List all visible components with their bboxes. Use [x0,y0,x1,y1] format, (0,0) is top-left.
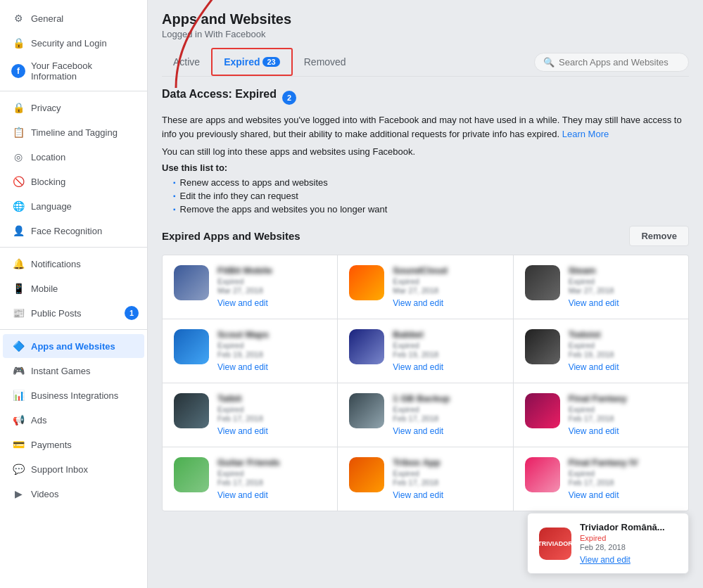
app-icon [174,329,209,364]
app-item: Guitar Friends Expired Feb 17, 2018 View… [163,447,337,511]
sidebar-item-instant-games[interactable]: 🎮 Instant Games [3,359,144,383]
page-header: Apps and Websites Logged in With Faceboo… [162,11,689,39]
app-grid: FitBit Mobile Expired Mar 27, 2018 View … [162,255,689,511]
page-layout: ⚙ General 🔒 Security and Login f Your Fa… [0,0,703,588]
tab-removed[interactable]: Removed [293,49,357,76]
popup-info: Triviador Română... Expired Feb 28, 2018… [580,522,677,565]
list-item-3-text: Remove the apps and websites you no long… [180,204,388,215]
app-date: Feb 17, 2018 [217,414,326,423]
app-icon [349,329,384,364]
expired-section-header: Expired Apps and Websites Remove [162,226,689,246]
badge-2: 2 [282,91,296,105]
sidebar-item-support[interactable]: 💬 Support Inbox [3,457,144,481]
learn-more-link[interactable]: Learn More [562,129,609,139]
games-icon: 🎮 [11,364,25,378]
ads-icon: 📢 [11,413,25,427]
notifications-icon: 🔔 [11,257,25,271]
use-list: Renew access to apps and websites Edit t… [173,177,689,215]
app-name: Guitar Friends [217,457,326,468]
app-status: Expired [393,469,501,478]
tab-active[interactable]: Active [162,49,211,76]
sidebar-label-language: Language [31,201,72,212]
app-view-edit-link[interactable]: View and edit [569,362,619,372]
page-title: Apps and Websites [162,11,689,27]
section-heading: Data Access: Expired [162,88,277,101]
popup-icon-label: TRIVIADOR [539,540,571,547]
list-item-1: Renew access to apps and websites [173,177,689,188]
app-view-edit-link[interactable]: View and edit [569,298,619,308]
payments-icon: 💳 [11,437,25,452]
language-icon: 🌐 [11,199,25,213]
blocking-icon: 🚫 [11,174,25,188]
app-item: 1 GB Backup Expired Feb 17, 2018 View an… [338,383,512,447]
app-icon [349,393,384,428]
app-view-edit-link[interactable]: View and edit [569,426,619,436]
app-item: Babbel Expired Feb 19, 2018 View and edi… [338,319,512,383]
sidebar-item-language[interactable]: 🌐 Language [3,194,144,218]
remove-button[interactable]: Remove [629,226,689,246]
app-view-edit-link[interactable]: View and edit [569,490,619,500]
app-view-edit-link[interactable]: View and edit [393,298,443,308]
apps-icon: 🔷 [11,339,25,353]
search-icon: 🔍 [543,57,555,68]
app-status: Expired [569,341,677,350]
sidebar-item-blocking[interactable]: 🚫 Blocking [3,170,144,193]
app-info: Steam Expired Mar 27, 2018 View and edit [569,265,677,308]
app-date: Mar 27, 2018 [217,286,326,295]
list-item-3: Remove the apps and websites you no long… [173,204,689,215]
app-view-edit-link[interactable]: View and edit [393,362,443,372]
app-view-edit-link[interactable]: View and edit [217,426,268,436]
sidebar-item-general[interactable]: ⚙ General [3,6,144,30]
app-status: Expired [217,341,326,350]
app-view-edit-link[interactable]: View and edit [217,490,268,500]
app-info: Babbel Expired Feb 19, 2018 View and edi… [393,329,501,372]
app-view-edit-link[interactable]: View and edit [393,426,443,436]
sidebar-item-payments[interactable]: 💳 Payments [3,433,144,456]
app-date: Feb 19, 2018 [569,350,677,359]
sidebar-item-face-recognition[interactable]: 👤 Face Recognition [3,219,144,243]
sidebar-label-location: Location [31,152,65,162]
sidebar-label-notifications: Notifications [31,259,81,269]
privacy-icon: 🔒 [11,101,25,115]
app-view-edit-link[interactable]: View and edit [217,362,268,372]
data-access-section: Data Access: Expired 2 These are apps an… [162,88,689,215]
sidebar-item-timeline[interactable]: 📋 Timeline and Tagging [3,120,144,144]
app-info: Tribox App Expired Feb 17, 2018 View and… [393,457,501,500]
use-list-title: Use this list to: [162,162,689,173]
sidebar-label-privacy: Privacy [31,103,61,113]
sidebar-item-apps-websites[interactable]: 🔷 Apps and Websites [3,334,144,358]
tab-expired[interactable]: Expired 23 [211,48,293,76]
app-item: FitBit Mobile Expired Mar 27, 2018 View … [163,255,337,319]
sidebar-label-payments: Payments [31,440,72,450]
app-status: Expired [569,405,677,414]
app-item: Final Fantasy Expired Feb 17, 2018 View … [514,383,688,447]
search-box: 🔍 [534,53,689,72]
sidebar-item-public-posts[interactable]: 📰 Public Posts 1 [3,301,144,325]
main-content: Apps and Websites Logged in With Faceboo… [148,0,703,588]
app-name: Scout Maps [217,329,326,340]
app-icon [174,393,209,428]
sidebar-item-privacy[interactable]: 🔒 Privacy [3,96,144,120]
sidebar-item-ads[interactable]: 📢 Ads [3,408,144,432]
page-subtitle: Logged in With Facebook [162,29,689,39]
sidebar-item-location[interactable]: ◎ Location [3,145,144,169]
sidebar-item-notifications[interactable]: 🔔 Notifications [3,252,144,276]
app-view-edit-link[interactable]: View and edit [393,490,443,500]
app-name: Final Fantasy [569,393,677,404]
search-input[interactable] [559,57,680,68]
app-name: Babbel [393,329,501,340]
app-date: Feb 19, 2018 [217,350,326,359]
sidebar-item-business[interactable]: 📊 Business Integrations [3,383,144,407]
app-icon [349,457,384,492]
app-view-edit-link[interactable]: View and edit [217,298,268,308]
app-info: 1 GB Backup Expired Feb 17, 2018 View an… [393,393,501,436]
sidebar-item-facebook-info[interactable]: f Your Facebook Information [3,56,144,87]
sidebar-item-security[interactable]: 🔒 Security and Login [3,31,144,55]
sidebar-item-mobile[interactable]: 📱 Mobile [3,276,144,300]
sidebar-item-videos[interactable]: ▶ Videos [3,482,144,506]
sidebar-label-instant-games: Instant Games [31,366,91,376]
popup-view-edit-link[interactable]: View and edit [580,555,631,565]
app-date: Feb 19, 2018 [393,350,501,359]
list-item-2-text: Edit the info they can request [180,191,298,201]
list-item-2: Edit the info they can request [173,191,689,201]
